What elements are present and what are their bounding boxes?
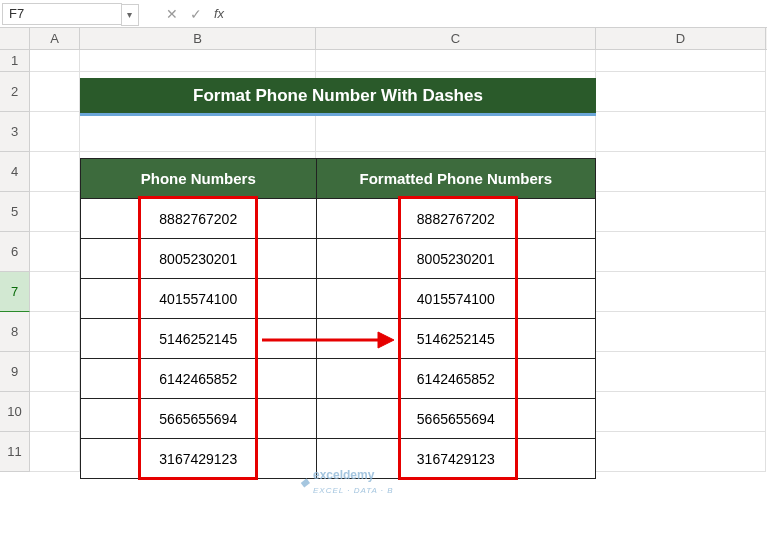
row-header[interactable]: 5 [0, 192, 30, 232]
col-header-c[interactable]: C [316, 28, 596, 49]
watermark-sub: EXCEL · DATA · B [313, 486, 394, 495]
cell-formatted[interactable]: 6142465852 [316, 359, 595, 399]
grid-row: 1 [0, 50, 767, 72]
cell-phone[interactable]: 5665655694 [81, 399, 317, 439]
col-header-d[interactable]: D [596, 28, 766, 49]
cell-phone[interactable]: 4015574100 [81, 279, 317, 319]
cell-formatted[interactable]: 4015574100 [316, 279, 595, 319]
table-row: 56656556945665655694 [81, 399, 596, 439]
cell-phone[interactable]: 3167429123 [81, 439, 317, 479]
watermark-brand: exceldemy [313, 468, 374, 482]
formula-input[interactable] [232, 3, 767, 25]
col-header-b[interactable]: B [80, 28, 316, 49]
row-header[interactable]: 8 [0, 312, 30, 352]
page-title: Format Phone Number With Dashes [80, 78, 596, 116]
row-header[interactable]: 1 [0, 50, 30, 72]
table-header-formatted: Formatted Phone Numbers [316, 159, 595, 199]
row-header[interactable]: 6 [0, 232, 30, 272]
data-table: Phone Numbers Formatted Phone Numbers 88… [80, 158, 596, 479]
name-box-value: F7 [9, 6, 24, 21]
row-header[interactable]: 4 [0, 152, 30, 192]
cell-formatted[interactable]: 8005230201 [316, 239, 595, 279]
grid-row: 3 [0, 112, 767, 152]
row-header[interactable]: 10 [0, 392, 30, 432]
watermark: ◆ exceldemy EXCEL · DATA · B [300, 468, 394, 496]
cell-phone[interactable]: 8882767202 [81, 199, 317, 239]
table-row: 40155741004015574100 [81, 279, 596, 319]
cell-phone[interactable]: 6142465852 [81, 359, 317, 399]
column-headers: A B C D [0, 28, 767, 50]
row-header[interactable]: 3 [0, 112, 30, 152]
spreadsheet-grid[interactable]: A B C D 1 2 3 4 5 6 7 8 9 10 [0, 28, 767, 472]
cell-phone[interactable]: 5146252145 [81, 319, 317, 359]
cell-phone[interactable]: 8005230201 [81, 239, 317, 279]
watermark-icon: ◆ [300, 475, 309, 489]
table-row: 80052302018005230201 [81, 239, 596, 279]
name-box-dropdown-icon[interactable]: ▾ [121, 4, 139, 26]
col-header-a[interactable]: A [30, 28, 80, 49]
fx-icon[interactable]: fx [214, 6, 224, 21]
cell-formatted[interactable]: 8882767202 [316, 199, 595, 239]
select-all-corner[interactable] [0, 28, 30, 49]
cell-formatted[interactable]: 5665655694 [316, 399, 595, 439]
enter-icon: ✓ [184, 3, 208, 25]
name-box[interactable]: F7 ▾ [2, 3, 122, 25]
row-header[interactable]: 7 [0, 272, 30, 312]
table-row: 51462521455146252145 [81, 319, 596, 359]
table-header-phone: Phone Numbers [81, 159, 317, 199]
row-header[interactable]: 9 [0, 352, 30, 392]
row-header[interactable]: 2 [0, 72, 30, 112]
row-header[interactable]: 11 [0, 432, 30, 472]
table-row: 88827672028882767202 [81, 199, 596, 239]
cell-formatted[interactable]: 5146252145 [316, 319, 595, 359]
cancel-icon: ✕ [160, 3, 184, 25]
formula-bar: F7 ▾ ✕ ✓ fx [0, 0, 767, 28]
table-row: 61424658526142465852 [81, 359, 596, 399]
